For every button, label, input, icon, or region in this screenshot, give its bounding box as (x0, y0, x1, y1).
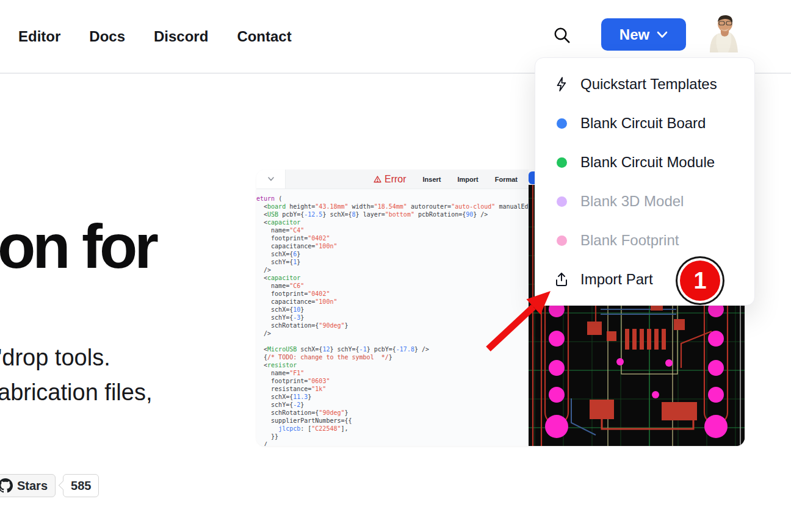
code-line (256, 337, 529, 345)
new-dropdown-menu: Quickstart Templates Blank Circuit Board… (535, 57, 755, 306)
toolbar-import-button[interactable]: Import (457, 176, 478, 183)
code-line: {/* TODO: change to the symbol */} (256, 353, 529, 361)
github-stars-button[interactable]: Stars (0, 474, 56, 497)
search-icon[interactable] (551, 24, 573, 46)
hero-heading-fragment: on for (0, 211, 156, 282)
code-line: /> (256, 266, 529, 274)
upload-icon (554, 271, 569, 287)
hero-paragraph: 'drop tools. abrication files, (0, 340, 152, 410)
chevron-down-small-icon (268, 177, 274, 181)
code-line: / (256, 440, 529, 446)
code-line: resistance="1k" (256, 385, 529, 393)
purple-dot-icon (557, 196, 567, 207)
code-editor-content[interactable]: eturn ( <board height="43.18mm" width="1… (256, 189, 529, 446)
code-line: footprint="0402" (256, 234, 529, 242)
nav-link-contact[interactable]: Contact (237, 28, 291, 45)
nav-links: Editor Docs Discord Contact (18, 0, 292, 73)
code-line: schX={6} (256, 250, 529, 258)
code-line: schX={11.3} (256, 393, 529, 401)
code-line: /> (256, 329, 529, 337)
menu-item-blank-3d-model[interactable]: Blank 3D Model (535, 182, 754, 221)
annotation-badge-1: 1 (680, 261, 720, 301)
code-line: schY={1} (256, 258, 529, 266)
code-line: footprint="0402" (256, 290, 529, 298)
menu-item-import-part[interactable]: Import Part (535, 260, 754, 299)
hero-paragraph-line-2: abrication files, (0, 375, 152, 410)
toolbar-format-button[interactable]: Format (495, 176, 518, 183)
nav-link-discord[interactable]: Discord (154, 28, 208, 45)
error-indicator[interactable]: Error (374, 174, 406, 185)
code-line: name="C6" (256, 282, 529, 290)
menu-item-blank-circuit-module[interactable]: Blank Circuit Module (535, 143, 754, 182)
code-line: name="C4" (256, 226, 529, 234)
code-line: schRotation={"90deg"} (256, 409, 529, 417)
code-line: <capacitor (256, 274, 529, 282)
code-line: schY={-3} (256, 314, 529, 322)
editor-collapse-tab[interactable] (256, 170, 286, 189)
code-line: <board height="43.18mm" width="18.54mm" … (256, 203, 529, 210)
toolbar-insert-button[interactable]: Insert (423, 176, 441, 183)
github-stars-label: Stars (17, 479, 48, 493)
menu-item-blank-circuit-board[interactable]: Blank Circuit Board (535, 104, 754, 143)
pink-dot-icon (557, 235, 567, 246)
warning-triangle-icon (374, 176, 381, 183)
code-line: footprint="0603" (256, 377, 529, 385)
code-editor-toolbar: Error Insert Import Format (256, 170, 529, 189)
new-button[interactable]: New (601, 18, 686, 51)
error-label: Error (385, 174, 406, 185)
code-line: <MicroUSB schX={12} schY={-1} pcbY={-17.… (256, 345, 529, 353)
code-line: jlcpcb: ["C22548"], (256, 425, 529, 433)
menu-item-blank-footprint[interactable]: Blank Footprint (535, 221, 754, 260)
new-button-label: New (619, 26, 649, 43)
code-line: <capacitor (256, 218, 529, 226)
code-line: capacitance="100n" (256, 242, 529, 250)
github-stars-widget: Stars 585 (0, 474, 99, 497)
chevron-down-icon (657, 31, 668, 38)
code-line: schRotation={"90deg"} (256, 322, 529, 329)
code-line: schX={10} (256, 306, 529, 314)
green-dot-icon (557, 157, 567, 168)
code-line: }} (256, 433, 529, 440)
code-line: schY={-2} (256, 401, 529, 409)
code-line: <USB pcbY={-12.5} schX={8} layer="bottom… (256, 210, 529, 218)
code-line: supplierPartNumbers={{ (256, 417, 529, 425)
menu-item-quickstart-templates[interactable]: Quickstart Templates (535, 65, 754, 104)
hero-paragraph-line-1: 'drop tools. (0, 340, 152, 375)
code-line: <resistor (256, 361, 529, 369)
blue-dot-icon (557, 118, 567, 129)
nav-link-docs[interactable]: Docs (89, 28, 125, 45)
code-editor-panel: Error Insert Import Format eturn ( <boar… (256, 170, 529, 446)
lightning-icon (554, 76, 569, 92)
github-star-count[interactable]: 585 (63, 474, 99, 497)
nav-link-editor[interactable]: Editor (18, 28, 60, 45)
code-line: eturn ( (256, 195, 529, 203)
github-icon (0, 478, 13, 493)
code-line: capacitance="100n" (256, 298, 529, 306)
code-line: name="F1" (256, 369, 529, 377)
avatar[interactable] (706, 12, 742, 52)
